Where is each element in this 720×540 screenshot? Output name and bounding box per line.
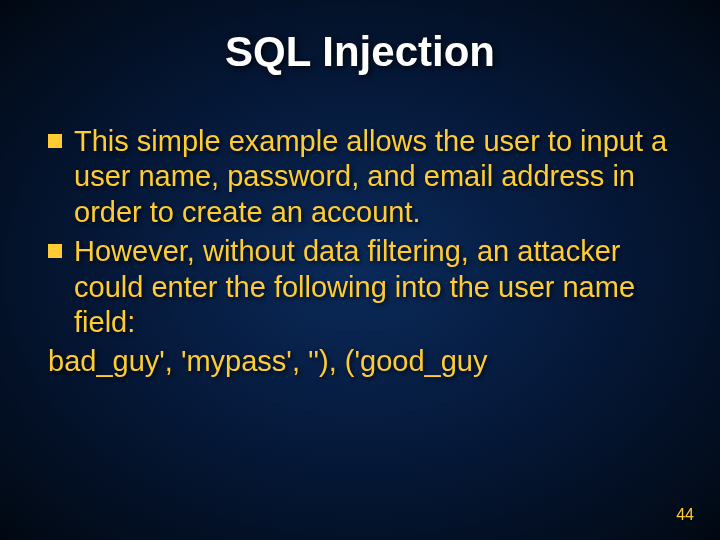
bullet-square-icon (48, 244, 62, 258)
slide-container: SQL Injection This simple example allows… (0, 0, 720, 540)
slide-title: SQL Injection (40, 28, 680, 76)
page-number: 44 (676, 506, 694, 524)
bullet-text: However, without data filtering, an atta… (74, 234, 672, 340)
code-example-line: bad_guy', 'mypass', ''), ('good_guy (48, 344, 672, 379)
bullet-item: This simple example allows the user to i… (48, 124, 672, 230)
bullet-text: This simple example allows the user to i… (74, 124, 672, 230)
bullet-item: However, without data filtering, an atta… (48, 234, 672, 340)
slide-content: This simple example allows the user to i… (40, 124, 680, 380)
bullet-square-icon (48, 134, 62, 148)
